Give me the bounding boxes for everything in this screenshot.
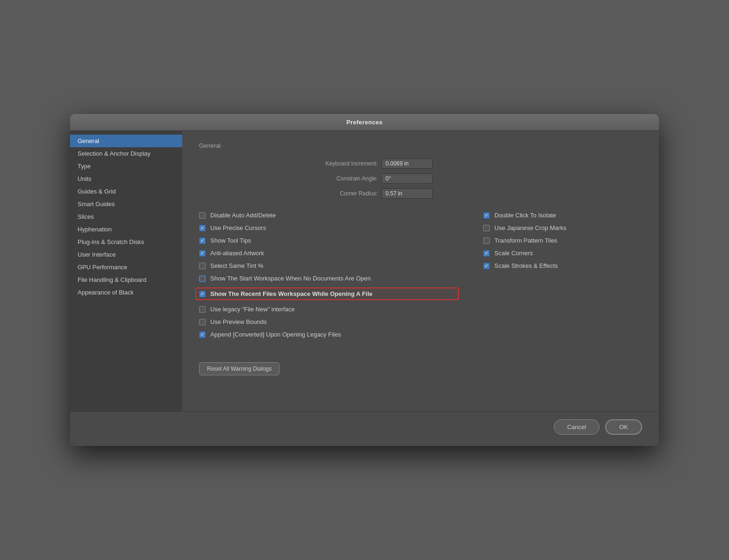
title-bar: Preferences <box>70 114 659 131</box>
checkbox-box-left-8[interactable] <box>199 319 206 325</box>
checkbox-box-right-4[interactable] <box>483 263 490 269</box>
checkbox-box-left-3[interactable] <box>199 250 206 257</box>
checkbox-right-3[interactable]: Scale Corners <box>483 250 642 257</box>
checkbox-label-left-4: Select Same Tint % <box>210 262 263 269</box>
sidebar-item-selection--anchor-display[interactable]: Selection & Anchor Display <box>70 147 182 160</box>
checkbox-left-4[interactable]: Select Same Tint % <box>199 262 455 269</box>
checkbox-label-left-0: Disable Auto Add/Delete <box>210 212 276 219</box>
field-label-0: Keyboard Increment: <box>303 160 378 167</box>
checkbox-box-left-0[interactable] <box>199 212 206 219</box>
checkbox-left-8[interactable]: Use Preview Bounds <box>199 318 455 325</box>
checkbox-left-1[interactable]: Use Precise Cursors <box>199 224 455 231</box>
checkbox-label-right-2: Transform Pattern Tiles <box>494 237 557 244</box>
sidebar-item-type[interactable]: Type <box>70 160 182 172</box>
checkbox-box-left-1[interactable] <box>199 225 206 231</box>
checkbox-label-left-8: Use Preview Bounds <box>210 318 267 325</box>
sidebar-item-gpu-performance[interactable]: GPU Performance <box>70 261 182 273</box>
dialog-body: GeneralSelection & Anchor DisplayTypeUni… <box>70 131 659 411</box>
field-label-2: Corner Radius: <box>303 190 378 197</box>
checkbox-label-left-1: Use Precise Cursors <box>210 224 266 231</box>
ok-button[interactable]: OK <box>605 419 642 435</box>
checkbox-right-2[interactable]: Transform Pattern Tiles <box>483 237 642 244</box>
checkbox-label-left-2: Show Tool Tips <box>210 237 251 244</box>
checkboxes-left: Disable Auto Add/DeleteUse Precise Curso… <box>199 212 455 344</box>
fields-section: Keyboard Increment:Constrain Angle:Corne… <box>199 158 642 199</box>
checkbox-label-right-3: Scale Corners <box>494 250 533 257</box>
checkbox-left-3[interactable]: Anti-aliased Artwork <box>199 250 455 257</box>
checkbox-box-left-4[interactable] <box>199 263 206 269</box>
main-content: General Keyboard Increment:Constrain Ang… <box>182 131 659 411</box>
cancel-button[interactable]: Cancel <box>554 419 600 435</box>
checkbox-right-0[interactable]: Double Click To Isolate <box>483 212 642 219</box>
sidebar-item-smart-guides[interactable]: Smart Guides <box>70 198 182 210</box>
field-row-1: Constrain Angle: <box>199 173 433 184</box>
checkbox-label-left-3: Anti-aliased Artwork <box>210 250 264 257</box>
sidebar-item-units[interactable]: Units <box>70 172 182 185</box>
checkbox-box-left-2[interactable] <box>199 237 206 244</box>
field-input-1[interactable] <box>381 173 433 184</box>
checkbox-box-left-5[interactable] <box>199 275 206 282</box>
reset-button-wrapper: Reset All Warning Dialogs <box>199 355 642 389</box>
checkbox-left-6[interactable]: Show The Recent Files Workspace While Op… <box>195 287 459 300</box>
checkbox-box-left-7[interactable] <box>199 306 206 313</box>
sidebar-item-guides--grid[interactable]: Guides & Grid <box>70 185 182 198</box>
checkbox-label-right-1: Use Japanese Crop Marks <box>494 224 566 231</box>
checkbox-label-left-9: Append [Converted] Upon Opening Legacy F… <box>210 331 341 338</box>
checkbox-left-2[interactable]: Show Tool Tips <box>199 237 455 244</box>
checkbox-box-right-1[interactable] <box>483 225 490 231</box>
checkbox-right-1[interactable]: Use Japanese Crop Marks <box>483 224 642 231</box>
checkbox-left-7[interactable]: Use legacy “File New” interface <box>199 306 455 313</box>
field-row-0: Keyboard Increment: <box>199 158 433 169</box>
checkbox-box-left-6[interactable] <box>199 291 206 297</box>
checkbox-label-left-7: Use legacy “File New” interface <box>210 306 295 313</box>
checkbox-box-right-0[interactable] <box>483 212 490 219</box>
field-input-2[interactable] <box>381 188 433 199</box>
section-title: General <box>199 142 642 149</box>
checkbox-label-left-5: Show The Start Workspace When No Documen… <box>210 275 371 282</box>
dialog-title: Preferences <box>346 119 383 126</box>
checkboxes-section: Disable Auto Add/DeleteUse Precise Curso… <box>199 212 642 344</box>
field-row-2: Corner Radius: <box>199 188 433 199</box>
checkbox-left-9[interactable]: Append [Converted] Upon Opening Legacy F… <box>199 331 455 338</box>
sidebar-item-hyphenation[interactable]: Hyphenation <box>70 223 182 236</box>
sidebar-item-user-interface[interactable]: User Interface <box>70 248 182 261</box>
checkbox-box-right-3[interactable] <box>483 250 490 257</box>
field-label-1: Constrain Angle: <box>303 175 378 182</box>
checkbox-box-right-2[interactable] <box>483 237 490 244</box>
checkbox-box-left-9[interactable] <box>199 331 206 338</box>
sidebar-item-file-handling--clipboard[interactable]: File Handling & Clipboard <box>70 273 182 286</box>
sidebar-item-plug-ins--scratch-disks[interactable]: Plug-ins & Scratch Disks <box>70 236 182 248</box>
checkbox-left-0[interactable]: Disable Auto Add/Delete <box>199 212 455 219</box>
sidebar: GeneralSelection & Anchor DisplayTypeUni… <box>70 131 182 411</box>
dialog-footer: Cancel OK <box>70 411 659 446</box>
preferences-dialog: Preferences GeneralSelection & Anchor Di… <box>70 114 659 446</box>
sidebar-item-general[interactable]: General <box>70 135 182 147</box>
sidebar-item-appearance-of-black[interactable]: Appearance of Black <box>70 286 182 299</box>
sidebar-item-slices[interactable]: Slices <box>70 210 182 223</box>
checkbox-label-left-6: Show The Recent Files Workspace While Op… <box>210 290 372 297</box>
field-input-0[interactable] <box>381 158 433 169</box>
reset-all-button[interactable]: Reset All Warning Dialogs <box>199 362 279 375</box>
checkbox-left-5[interactable]: Show The Start Workspace When No Documen… <box>199 275 455 282</box>
checkbox-label-right-0: Double Click To Isolate <box>494 212 556 219</box>
checkbox-label-right-4: Scale Strokes & Effects <box>494 262 558 269</box>
checkbox-right-4[interactable]: Scale Strokes & Effects <box>483 262 642 269</box>
checkboxes-right: Double Click To IsolateUse Japanese Crop… <box>483 212 642 344</box>
